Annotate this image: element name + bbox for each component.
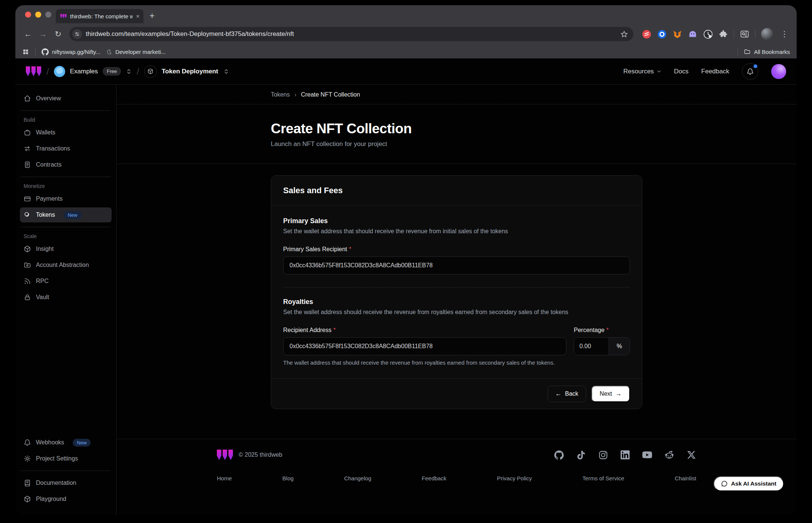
all-bookmarks-button[interactable]: All Bookmarks bbox=[744, 48, 790, 55]
team-name[interactable]: Examples bbox=[70, 68, 98, 75]
royalties-heading: Royalties bbox=[283, 298, 630, 306]
tab-close-icon[interactable]: × bbox=[136, 13, 140, 19]
sidebar-item-account-abstraction[interactable]: Account Abstraction bbox=[20, 258, 112, 273]
recipient-address-label: Recipient Address* bbox=[283, 327, 566, 334]
ask-ai-assistant-button[interactable]: Ask AI Assistant bbox=[713, 476, 784, 491]
project-name[interactable]: Token Deployment bbox=[162, 68, 218, 75]
instagram-icon[interactable] bbox=[598, 450, 608, 460]
sidebar-item-documentation[interactable]: Documentation bbox=[20, 475, 112, 490]
page-content: Sales and Fees Primary Sales Set the wal… bbox=[116, 164, 797, 439]
bookmark-item[interactable]: niftyswap.gg/Nifty... bbox=[42, 48, 100, 55]
github-favicon bbox=[42, 48, 49, 55]
box-icon bbox=[24, 495, 31, 503]
ask-ai-label: Ask AI Assistant bbox=[731, 480, 776, 487]
extension-blue-icon[interactable] bbox=[657, 29, 667, 39]
address-bar[interactable]: thirdweb.com/team/examples/Token-Deploym… bbox=[69, 27, 633, 41]
user-avatar[interactable] bbox=[771, 64, 786, 79]
sidebar-item-contracts[interactable]: Contracts bbox=[20, 157, 112, 172]
sidebar-item-wallets[interactable]: Wallets bbox=[20, 125, 112, 140]
sidebar-divider bbox=[21, 110, 111, 111]
forward-icon[interactable]: → bbox=[36, 27, 50, 41]
browser-tab[interactable]: thirdweb: The complete web3 × bbox=[56, 9, 143, 23]
extensions-puzzle-icon[interactable] bbox=[718, 29, 728, 39]
back-icon[interactable]: ← bbox=[21, 27, 35, 41]
docs-link[interactable]: Docs bbox=[674, 68, 689, 75]
footer-link-privacy-policy[interactable]: Privacy Policy bbox=[497, 475, 532, 481]
sidebar-item-overview[interactable]: Overview bbox=[20, 91, 112, 106]
reload-icon[interactable]: ↻ bbox=[51, 27, 65, 41]
thirdweb-dashboard: / Examples Free / Token Deployment Resou… bbox=[15, 58, 797, 515]
page-footer: © 2025 thirdweb bbox=[116, 439, 797, 515]
sidebar-item-insight[interactable]: Insight bbox=[20, 241, 112, 256]
royalties-description: Set the wallet address should receive th… bbox=[283, 309, 630, 316]
sidebar-item-project-settings[interactable]: Project Settings bbox=[20, 451, 112, 466]
recipient-address-input[interactable] bbox=[283, 337, 566, 355]
team-avatar bbox=[54, 66, 65, 77]
clock-extension-icon[interactable] bbox=[703, 29, 713, 39]
sidebar-item-playground[interactable]: Playground bbox=[20, 492, 112, 507]
phantom-icon[interactable] bbox=[688, 29, 697, 39]
arrow-left-icon: ← bbox=[555, 390, 562, 398]
zoom-window-button[interactable] bbox=[45, 12, 51, 18]
next-button[interactable]: Next → bbox=[591, 386, 630, 402]
footer-link-chainlist[interactable]: Chainlist bbox=[675, 475, 696, 481]
youtube-icon[interactable] bbox=[642, 450, 652, 460]
sidebar-item-rpc[interactable]: RPC bbox=[20, 274, 112, 289]
github-icon[interactable] bbox=[554, 450, 564, 460]
book-icon bbox=[24, 479, 31, 487]
thirdweb-footer-logo bbox=[217, 450, 233, 460]
footer-link-home[interactable]: Home bbox=[217, 475, 232, 481]
footer-link-terms-of-service[interactable]: Terms of Service bbox=[582, 475, 624, 481]
browser-profile-avatar[interactable] bbox=[761, 28, 773, 40]
card-footer: ← Back Next → bbox=[271, 378, 642, 409]
sidebar-section-monetize: Monetize bbox=[24, 183, 108, 189]
site-info-icon[interactable] bbox=[72, 29, 82, 39]
breadcrumb-slash: / bbox=[46, 66, 49, 77]
primary-sales-recipient-input[interactable] bbox=[283, 256, 630, 274]
footer-link-changelog[interactable]: Changelog bbox=[344, 475, 372, 481]
bookmark-star-icon[interactable] bbox=[620, 30, 628, 38]
back-button[interactable]: ← Back bbox=[548, 386, 587, 402]
sidebar-item-tokens[interactable]: Tokens New bbox=[20, 207, 112, 222]
footer-link-blog[interactable]: Blog bbox=[282, 475, 294, 481]
footer-link-feedback[interactable]: Feedback bbox=[422, 475, 446, 481]
project-switcher-chevrons-icon[interactable] bbox=[223, 69, 229, 75]
breadcrumb-tokens-link[interactable]: Tokens bbox=[271, 91, 290, 98]
new-tab-button[interactable]: + bbox=[149, 10, 155, 21]
lock-icon bbox=[24, 294, 31, 301]
sidebar-item-payments[interactable]: Payments bbox=[20, 191, 112, 206]
reddit-icon[interactable] bbox=[664, 450, 674, 460]
extension-red-icon[interactable] bbox=[642, 29, 651, 39]
label-text: Percentage bbox=[574, 327, 605, 333]
metamask-icon[interactable] bbox=[672, 29, 682, 39]
browser-menu-icon[interactable]: ⋮ bbox=[778, 30, 791, 39]
x-icon[interactable] bbox=[687, 450, 696, 460]
primary-sales-heading: Primary Sales bbox=[283, 217, 630, 225]
social-links bbox=[554, 450, 696, 460]
sidebar-item-label: Wallets bbox=[36, 129, 55, 136]
notifications-button[interactable] bbox=[742, 63, 758, 80]
bookmark-item[interactable]: Developer marketi... bbox=[106, 49, 166, 55]
sidebar-item-webhooks[interactable]: Webhooks New bbox=[20, 435, 112, 450]
close-window-button[interactable] bbox=[25, 12, 31, 18]
feedback-link[interactable]: Feedback bbox=[701, 68, 729, 75]
thirdweb-logo[interactable] bbox=[26, 66, 42, 76]
apps-grid-icon[interactable] bbox=[22, 48, 29, 55]
side-panel-search-icon[interactable] bbox=[740, 29, 749, 39]
sidebar-item-label: Insight bbox=[36, 246, 54, 252]
linkedin-icon[interactable] bbox=[620, 450, 630, 460]
bell-icon bbox=[24, 439, 31, 446]
minimize-window-button[interactable] bbox=[35, 12, 41, 18]
back-label: Back bbox=[565, 390, 579, 397]
sidebar-item-transactions[interactable]: Transactions bbox=[20, 141, 112, 156]
footer-links: Home Blog Changelog Feedback Privacy Pol… bbox=[217, 475, 696, 481]
tiktok-icon[interactable] bbox=[576, 450, 586, 460]
arrow-right-icon: → bbox=[615, 390, 622, 398]
resources-menu[interactable]: Resources bbox=[623, 68, 661, 75]
sidebar-item-vault[interactable]: Vault bbox=[20, 290, 112, 305]
royalties-helper-text: The wallet address that should receive t… bbox=[283, 359, 630, 366]
percentage-input[interactable] bbox=[574, 338, 609, 355]
team-switcher-chevrons-icon[interactable] bbox=[126, 69, 132, 75]
sales-and-fees-card: Sales and Fees Primary Sales Set the wal… bbox=[271, 175, 642, 409]
sidebar-item-label: Contracts bbox=[36, 161, 61, 168]
